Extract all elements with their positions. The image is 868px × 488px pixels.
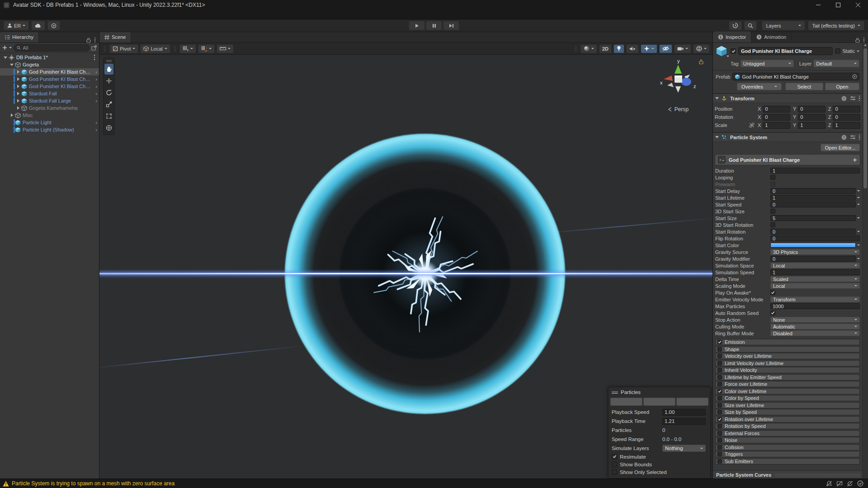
- tab-scene[interactable]: Scene: [99, 32, 131, 42]
- chevron-down-icon[interactable]: [857, 190, 860, 192]
- select-button[interactable]: Select: [785, 83, 823, 90]
- orientation-gizmo[interactable]: y x z Persp: [656, 58, 700, 113]
- particle-module-bar[interactable]: Rotation over Lifetime: [715, 416, 860, 422]
- menu-item[interactable]: [81, 14, 89, 15]
- particle-module-bar[interactable]: Lifetime by Emitter Speed: [715, 374, 860, 380]
- presets-icon[interactable]: [850, 135, 856, 140]
- module-checkbox[interactable]: [717, 459, 722, 464]
- property-checkbox[interactable]: [770, 175, 775, 180]
- prefab-chevron-icon[interactable]: ›: [93, 91, 97, 96]
- scrollbar-thumb[interactable]: [863, 48, 867, 188]
- particle-module-bar[interactable]: Emission: [715, 339, 860, 345]
- menu-item[interactable]: [24, 14, 31, 15]
- module-checkbox[interactable]: [717, 424, 722, 428]
- open-button[interactable]: Open: [825, 83, 859, 90]
- move-tool[interactable]: [104, 75, 113, 86]
- statusbar[interactable]: Particle System is trying to spawn on a …: [0, 479, 868, 488]
- expand-arrow-icon[interactable]: [15, 99, 21, 103]
- view-hand-tool[interactable]: [104, 64, 113, 75]
- expand-arrow-icon[interactable]: [9, 113, 14, 117]
- y-field[interactable]: 0: [798, 114, 826, 121]
- account-button[interactable]: ER: [4, 21, 29, 30]
- grid-visibility-button[interactable]: [179, 44, 196, 53]
- module-checkbox[interactable]: [717, 403, 722, 408]
- add-icon[interactable]: [853, 158, 857, 162]
- property-field[interactable]: 1: [770, 195, 856, 201]
- module-checkbox[interactable]: [717, 361, 722, 366]
- module-checkbox[interactable]: [717, 431, 722, 436]
- property-dropdown[interactable]: Local: [770, 263, 860, 269]
- check-circle-icon[interactable]: [857, 480, 863, 487]
- collab-target-button[interactable]: [47, 21, 60, 30]
- module-checkbox[interactable]: [717, 368, 722, 372]
- prefab-chevron-icon[interactable]: ›: [93, 76, 97, 82]
- particle-module-bar[interactable]: Force over Lifetime: [715, 381, 860, 387]
- particles-control-button[interactable]: [676, 398, 708, 406]
- layers-dropdown[interactable]: Layers: [762, 21, 805, 30]
- stat-field[interactable]: 1.21: [662, 418, 706, 425]
- particle-system-curves-bar[interactable]: Particle System Curves: [713, 470, 868, 479]
- scene-visibility-toggle[interactable]: [659, 44, 672, 53]
- scroll-up-arrow[interactable]: [864, 44, 867, 46]
- expand-arrow-icon[interactable]: [15, 77, 21, 81]
- module-checkbox[interactable]: [717, 410, 722, 414]
- z-field[interactable]: 0: [833, 114, 860, 121]
- property-checkbox[interactable]: [770, 182, 775, 187]
- bell-muted-icon[interactable]: [826, 481, 832, 487]
- kebab-menu-icon[interactable]: [859, 96, 860, 101]
- expand-arrow-icon[interactable]: [15, 92, 21, 95]
- module-checkbox[interactable]: [717, 389, 722, 394]
- start-color-swatch[interactable]: [770, 243, 856, 248]
- menu-item[interactable]: [60, 14, 67, 15]
- y-field[interactable]: 0: [798, 106, 826, 113]
- property-field[interactable]: 0: [770, 188, 856, 194]
- property-dropdown[interactable]: Automatic: [770, 324, 860, 330]
- close-button[interactable]: [848, 0, 868, 10]
- rotate-tool[interactable]: [104, 87, 113, 98]
- particle-module-bar[interactable]: Shape: [715, 346, 860, 352]
- handle-rotation-toggle[interactable]: Local: [140, 44, 170, 53]
- stat-field[interactable]: 1.00: [662, 409, 706, 416]
- module-checkbox[interactable]: [717, 347, 722, 352]
- particle-module-bar[interactable]: Collision: [715, 444, 860, 450]
- search-input[interactable]: [23, 45, 86, 51]
- message-muted-icon[interactable]: [836, 481, 843, 487]
- module-checkbox[interactable]: [717, 382, 722, 386]
- hierarchy-item[interactable]: God Punisher KI Blast Charge ›: [0, 83, 99, 90]
- property-field[interactable]: 1000: [770, 303, 860, 309]
- checkbox[interactable]: [612, 454, 617, 460]
- minimize-button[interactable]: [808, 0, 828, 10]
- hierarchy-item[interactable]: Misc: [0, 112, 99, 119]
- play-button[interactable]: [409, 21, 425, 30]
- open-editor-button[interactable]: Open Editor...: [821, 144, 860, 151]
- property-checkbox[interactable]: [770, 310, 775, 315]
- property-field[interactable]: 1: [770, 168, 860, 174]
- menu-item[interactable]: [67, 14, 74, 15]
- particles-control-button[interactable]: [610, 398, 642, 406]
- particle-module-bar[interactable]: Size by Speed: [715, 409, 860, 415]
- lock-icon[interactable]: [855, 38, 860, 42]
- lighting-toggle[interactable]: [613, 44, 624, 53]
- particle-module-bar[interactable]: Noise: [715, 437, 860, 443]
- particle-module-bar[interactable]: Inherit Velocity: [715, 367, 860, 373]
- prefab-chevron-icon[interactable]: ›: [93, 84, 97, 89]
- increment-snap-button[interactable]: [217, 44, 234, 53]
- hierarchy-item[interactable]: Gogeta Kamehameha: [0, 104, 99, 112]
- checkbox[interactable]: [612, 469, 617, 475]
- undo-history-button[interactable]: [729, 21, 742, 30]
- hierarchy-item[interactable]: Particle Light (Shadow) ›: [0, 126, 99, 133]
- particles-control-button[interactable]: [643, 398, 675, 406]
- module-checkbox[interactable]: [717, 417, 722, 422]
- cloud-button[interactable]: [31, 21, 45, 30]
- tag-dropdown[interactable]: Untagged: [741, 60, 794, 67]
- particles-checkbox-row[interactable]: Resimulate: [609, 453, 710, 460]
- particle-module-bar[interactable]: Color over Lifetime: [715, 388, 860, 394]
- property-checkbox[interactable]: [770, 209, 775, 214]
- menu-item[interactable]: [16, 14, 24, 15]
- particle-module-bar[interactable]: Triggers: [715, 451, 860, 457]
- chevron-down-icon[interactable]: [857, 51, 859, 52]
- scale-tool[interactable]: [104, 99, 113, 110]
- kebab-menu-icon[interactable]: [859, 135, 860, 140]
- hierarchy-item[interactable]: God Punisher KI Blast Charge ›: [0, 75, 99, 83]
- resize-handle[interactable]: [775, 474, 860, 476]
